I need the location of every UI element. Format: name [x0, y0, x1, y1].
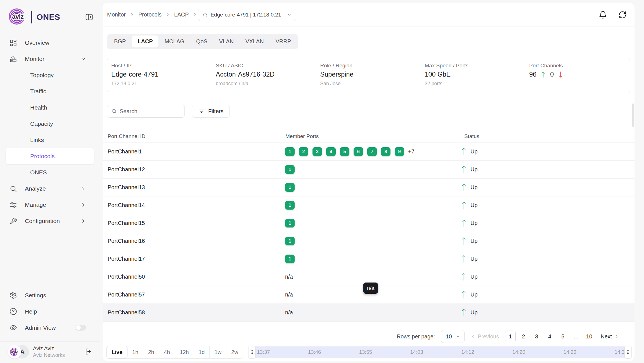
time-range-button[interactable]: 12h [175, 346, 194, 358]
member-port-badge[interactable]: 1 [285, 147, 295, 156]
status-cell: Up [459, 237, 634, 245]
protocol-tab[interactable]: BGP [108, 35, 131, 48]
sidebar-item-help[interactable]: Help [6, 303, 94, 320]
member-port-badge[interactable]: 1 [285, 165, 295, 174]
timeline-right-handle[interactable] [624, 346, 632, 359]
page-button[interactable]: 5 [558, 331, 568, 342]
member-port-badge[interactable]: 4 [326, 147, 336, 156]
notifications-button[interactable] [599, 11, 607, 19]
wrench-icon [10, 217, 17, 225]
page-buttons: 12345...10 [505, 331, 595, 342]
sidebar-item-admin-view[interactable]: Admin View [6, 320, 94, 336]
member-port-badge[interactable]: 1 [285, 255, 295, 263]
member-port-badge[interactable]: 8 [381, 147, 390, 156]
sidebar-item-analyze[interactable]: Analyze [6, 181, 94, 197]
member-port-badge[interactable]: 6 [354, 147, 363, 156]
filters-button[interactable]: Filters [192, 105, 230, 118]
member-port-badge[interactable]: 3 [312, 147, 322, 156]
page-button[interactable]: 10 [584, 331, 595, 342]
member-port-badge[interactable]: 5 [340, 147, 349, 156]
protocol-tab[interactable]: VLAN [214, 35, 239, 48]
sidebar-item-settings[interactable]: Settings [6, 287, 94, 303]
column-status: Status [459, 130, 634, 143]
time-range-button[interactable]: 1h [127, 346, 143, 358]
time-range-button[interactable]: 1d [194, 346, 210, 358]
page-button[interactable]: 2 [518, 331, 529, 342]
table-row[interactable]: PortChannel58 n/a Up [103, 304, 634, 322]
member-ports-cell: n/a [280, 309, 459, 316]
table-row[interactable]: PortChannel1 123456789 +7 Up [103, 143, 634, 161]
member-port-badge[interactable]: 1 [285, 201, 295, 210]
table-row[interactable]: PortChannel13 1 Up [103, 179, 634, 196]
time-range-button[interactable]: 1w [210, 346, 226, 358]
timeline-timestamp: 14:29 [564, 349, 576, 355]
table-row[interactable]: PortChannel15 1 Up [103, 214, 634, 232]
page-button[interactable]: ... [571, 331, 581, 342]
port-channel-id: PortChannel50 [103, 274, 280, 280]
table-body: PortChannel1 123456789 +7 Up [103, 143, 634, 322]
time-range-button[interactable]: Live [106, 346, 127, 359]
table-row[interactable]: PortChannel17 1 Up [103, 250, 634, 268]
previous-page-button[interactable]: Previous [471, 333, 499, 340]
page-button[interactable]: 1 [505, 331, 516, 342]
protocol-tab[interactable]: MCLAG [159, 35, 190, 48]
member-port-badge[interactable]: 1 [285, 237, 295, 245]
table-row[interactable]: PortChannel16 1 Up [103, 232, 634, 250]
page-button[interactable]: 3 [531, 331, 542, 342]
status-cell: Up [459, 272, 634, 281]
status-up-arrow-icon [462, 308, 466, 317]
status-up-arrow-icon [462, 201, 466, 210]
sidebar-item-configuration[interactable]: Configuration [6, 213, 94, 229]
user-row[interactable]: A aviz Aviz Aviz Aviz Networks [0, 342, 100, 363]
sidebar-item-overview[interactable]: Overview [6, 35, 94, 51]
sidebar-item-monitor[interactable]: Monitor [6, 51, 94, 67]
protocol-tab[interactable]: VXLAN [240, 35, 269, 48]
member-port-badge[interactable]: 2 [299, 147, 308, 156]
timeline-left-handle[interactable] [248, 346, 255, 359]
rows-per-page-select[interactable]: 10 [441, 330, 465, 343]
table-row[interactable]: PortChannel12 1 Up [103, 161, 634, 179]
protocol-tab[interactable]: LACP [132, 35, 158, 48]
sidebar-item-protocols[interactable]: Protocols [6, 148, 94, 164]
time-range-button[interactable]: 2h [143, 346, 159, 358]
sidebar-item-topology[interactable]: Topology [6, 67, 94, 83]
sidebar-item-ones[interactable]: ONES [6, 164, 94, 181]
port-channels-counts: 96 0 [529, 71, 630, 78]
breadcrumb-monitor[interactable]: Monitor [107, 11, 126, 18]
table-row[interactable]: PortChannel14 1 Up [103, 196, 634, 214]
table-toolbar: Filters [107, 105, 630, 118]
breadcrumb-lacp[interactable]: LACP [174, 11, 189, 18]
protocol-tabs: BGPLACPMCLAGQoSVLANVXLANVRRP [107, 34, 298, 49]
protocol-tab[interactable]: VRRP [270, 35, 297, 48]
more-ports-label[interactable]: +7 [408, 148, 415, 155]
time-range-button[interactable]: 2w [226, 346, 243, 358]
refresh-button[interactable] [618, 11, 627, 19]
sidebar-collapse-button[interactable] [84, 12, 94, 22]
logout-button[interactable] [84, 348, 93, 356]
svg-text:aviz: aviz [11, 350, 18, 354]
breadcrumb-protocols[interactable]: Protocols [138, 11, 162, 18]
user-org: Aviz Networks [33, 352, 65, 359]
protocol-tab[interactable]: QoS [191, 35, 213, 48]
time-range-button[interactable]: 4h [159, 346, 175, 358]
device-selector[interactable]: Edge-core-4791 | 172.18.0.21 [198, 9, 296, 21]
sidebar-item-health[interactable]: Health [6, 99, 94, 116]
member-port-badge[interactable]: 9 [395, 147, 404, 156]
page-button[interactable]: 4 [544, 331, 555, 342]
sidebar-item-traffic[interactable]: Traffic [6, 83, 94, 99]
sidebar-item-links[interactable]: Links [6, 132, 94, 148]
member-port-badge[interactable]: 1 [285, 183, 295, 192]
member-ports-cell: n/a [280, 274, 459, 280]
timeline-selected-range[interactable]: 13:3713:4613:5514:0314:1214:2014:2914:37 [252, 346, 630, 358]
scrollbar-thumb[interactable] [632, 103, 634, 127]
member-port-badge[interactable]: 7 [367, 147, 377, 156]
member-port-badge[interactable]: 1 [285, 219, 295, 227]
search-icon [203, 12, 208, 17]
sidebar-item-capacity[interactable]: Capacity [6, 116, 94, 132]
page-header: Monitor Protocols LACP Edge-core-4791 | … [103, 3, 634, 27]
admin-view-toggle[interactable] [75, 325, 86, 331]
next-page-button[interactable]: Next [601, 333, 619, 340]
search-input[interactable] [120, 108, 181, 115]
up-arrow-icon [541, 71, 545, 78]
sidebar-item-manage[interactable]: Manage [6, 197, 94, 213]
